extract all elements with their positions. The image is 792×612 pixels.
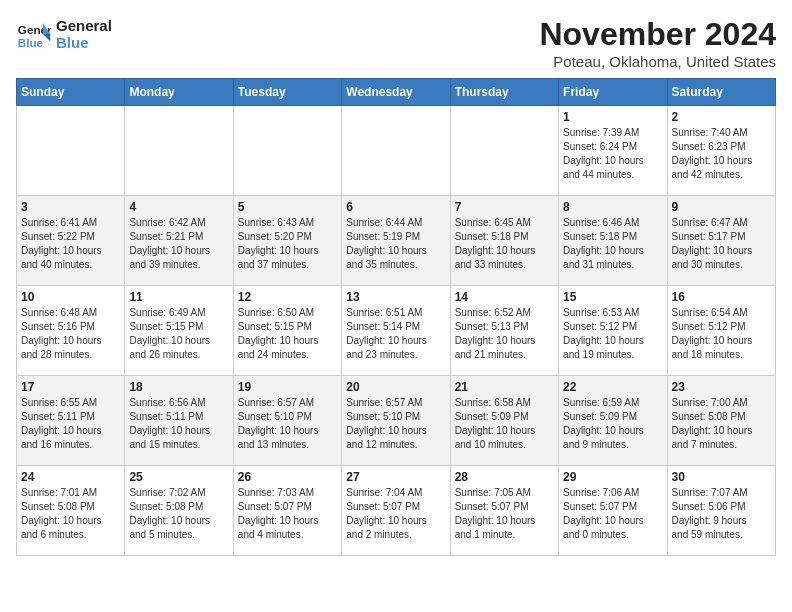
calendar-cell: 18Sunrise: 6:56 AM Sunset: 5:11 PM Dayli… — [125, 376, 233, 466]
day-number: 19 — [238, 380, 337, 394]
logo-general: General — [56, 17, 112, 34]
day-detail: Sunrise: 6:50 AM Sunset: 5:15 PM Dayligh… — [238, 306, 337, 362]
calendar-cell: 13Sunrise: 6:51 AM Sunset: 5:14 PM Dayli… — [342, 286, 450, 376]
calendar-cell: 10Sunrise: 6:48 AM Sunset: 5:16 PM Dayli… — [17, 286, 125, 376]
calendar-cell: 4Sunrise: 6:42 AM Sunset: 5:21 PM Daylig… — [125, 196, 233, 286]
calendar-cell: 15Sunrise: 6:53 AM Sunset: 5:12 PM Dayli… — [559, 286, 667, 376]
day-detail: Sunrise: 6:59 AM Sunset: 5:09 PM Dayligh… — [563, 396, 662, 452]
calendar-cell: 23Sunrise: 7:00 AM Sunset: 5:08 PM Dayli… — [667, 376, 775, 466]
calendar-cell: 1Sunrise: 7:39 AM Sunset: 6:24 PM Daylig… — [559, 106, 667, 196]
calendar-cell: 7Sunrise: 6:45 AM Sunset: 5:18 PM Daylig… — [450, 196, 558, 286]
day-number: 12 — [238, 290, 337, 304]
day-detail: Sunrise: 7:00 AM Sunset: 5:08 PM Dayligh… — [672, 396, 771, 452]
calendar-cell: 14Sunrise: 6:52 AM Sunset: 5:13 PM Dayli… — [450, 286, 558, 376]
weekday-header: Friday — [559, 79, 667, 106]
day-number: 21 — [455, 380, 554, 394]
calendar-cell — [125, 106, 233, 196]
title-block: November 2024 Poteau, Oklahoma, United S… — [539, 16, 776, 70]
calendar-cell: 25Sunrise: 7:02 AM Sunset: 5:08 PM Dayli… — [125, 466, 233, 556]
logo-icon: General Blue — [16, 16, 52, 52]
day-detail: Sunrise: 6:53 AM Sunset: 5:12 PM Dayligh… — [563, 306, 662, 362]
day-detail: Sunrise: 7:07 AM Sunset: 5:06 PM Dayligh… — [672, 486, 771, 542]
day-detail: Sunrise: 7:39 AM Sunset: 6:24 PM Dayligh… — [563, 126, 662, 182]
day-detail: Sunrise: 6:57 AM Sunset: 5:10 PM Dayligh… — [238, 396, 337, 452]
day-number: 24 — [21, 470, 120, 484]
day-detail: Sunrise: 6:44 AM Sunset: 5:19 PM Dayligh… — [346, 216, 445, 272]
day-number: 6 — [346, 200, 445, 214]
weekday-header: Thursday — [450, 79, 558, 106]
day-number: 8 — [563, 200, 662, 214]
calendar-subtitle: Poteau, Oklahoma, United States — [539, 53, 776, 70]
day-number: 5 — [238, 200, 337, 214]
day-number: 20 — [346, 380, 445, 394]
weekday-header: Monday — [125, 79, 233, 106]
calendar-cell: 22Sunrise: 6:59 AM Sunset: 5:09 PM Dayli… — [559, 376, 667, 466]
calendar-cell: 28Sunrise: 7:05 AM Sunset: 5:07 PM Dayli… — [450, 466, 558, 556]
day-detail: Sunrise: 6:55 AM Sunset: 5:11 PM Dayligh… — [21, 396, 120, 452]
calendar-cell: 26Sunrise: 7:03 AM Sunset: 5:07 PM Dayli… — [233, 466, 341, 556]
day-detail: Sunrise: 6:54 AM Sunset: 5:12 PM Dayligh… — [672, 306, 771, 362]
calendar-cell: 29Sunrise: 7:06 AM Sunset: 5:07 PM Dayli… — [559, 466, 667, 556]
calendar-cell — [17, 106, 125, 196]
calendar-cell: 6Sunrise: 6:44 AM Sunset: 5:19 PM Daylig… — [342, 196, 450, 286]
calendar-title: November 2024 — [539, 16, 776, 53]
calendar-cell: 9Sunrise: 6:47 AM Sunset: 5:17 PM Daylig… — [667, 196, 775, 286]
calendar-cell: 3Sunrise: 6:41 AM Sunset: 5:22 PM Daylig… — [17, 196, 125, 286]
day-detail: Sunrise: 6:51 AM Sunset: 5:14 PM Dayligh… — [346, 306, 445, 362]
weekday-header: Tuesday — [233, 79, 341, 106]
calendar-cell: 19Sunrise: 6:57 AM Sunset: 5:10 PM Dayli… — [233, 376, 341, 466]
day-detail: Sunrise: 7:04 AM Sunset: 5:07 PM Dayligh… — [346, 486, 445, 542]
day-number: 13 — [346, 290, 445, 304]
calendar-body: 1Sunrise: 7:39 AM Sunset: 6:24 PM Daylig… — [17, 106, 776, 556]
day-detail: Sunrise: 6:46 AM Sunset: 5:18 PM Dayligh… — [563, 216, 662, 272]
calendar-cell: 24Sunrise: 7:01 AM Sunset: 5:08 PM Dayli… — [17, 466, 125, 556]
day-detail: Sunrise: 6:43 AM Sunset: 5:20 PM Dayligh… — [238, 216, 337, 272]
calendar-cell: 16Sunrise: 6:54 AM Sunset: 5:12 PM Dayli… — [667, 286, 775, 376]
day-number: 23 — [672, 380, 771, 394]
day-number: 26 — [238, 470, 337, 484]
day-number: 30 — [672, 470, 771, 484]
calendar-header-row: SundayMondayTuesdayWednesdayThursdayFrid… — [17, 79, 776, 106]
calendar-cell — [450, 106, 558, 196]
day-detail: Sunrise: 7:40 AM Sunset: 6:23 PM Dayligh… — [672, 126, 771, 182]
day-number: 16 — [672, 290, 771, 304]
day-detail: Sunrise: 7:06 AM Sunset: 5:07 PM Dayligh… — [563, 486, 662, 542]
day-number: 7 — [455, 200, 554, 214]
day-number: 9 — [672, 200, 771, 214]
weekday-header: Saturday — [667, 79, 775, 106]
day-number: 22 — [563, 380, 662, 394]
day-number: 3 — [21, 200, 120, 214]
day-number: 27 — [346, 470, 445, 484]
day-number: 2 — [672, 110, 771, 124]
day-detail: Sunrise: 6:57 AM Sunset: 5:10 PM Dayligh… — [346, 396, 445, 452]
day-detail: Sunrise: 6:41 AM Sunset: 5:22 PM Dayligh… — [21, 216, 120, 272]
day-detail: Sunrise: 7:05 AM Sunset: 5:07 PM Dayligh… — [455, 486, 554, 542]
calendar-cell — [233, 106, 341, 196]
header: General Blue General Blue November 2024 … — [16, 16, 776, 70]
calendar-week-row: 3Sunrise: 6:41 AM Sunset: 5:22 PM Daylig… — [17, 196, 776, 286]
calendar-cell: 27Sunrise: 7:04 AM Sunset: 5:07 PM Dayli… — [342, 466, 450, 556]
calendar-cell: 12Sunrise: 6:50 AM Sunset: 5:15 PM Dayli… — [233, 286, 341, 376]
calendar-cell: 8Sunrise: 6:46 AM Sunset: 5:18 PM Daylig… — [559, 196, 667, 286]
calendar-cell: 11Sunrise: 6:49 AM Sunset: 5:15 PM Dayli… — [125, 286, 233, 376]
calendar-table: SundayMondayTuesdayWednesdayThursdayFrid… — [16, 78, 776, 556]
day-detail: Sunrise: 6:56 AM Sunset: 5:11 PM Dayligh… — [129, 396, 228, 452]
calendar-cell — [342, 106, 450, 196]
weekday-header: Sunday — [17, 79, 125, 106]
calendar-week-row: 24Sunrise: 7:01 AM Sunset: 5:08 PM Dayli… — [17, 466, 776, 556]
day-detail: Sunrise: 6:58 AM Sunset: 5:09 PM Dayligh… — [455, 396, 554, 452]
day-detail: Sunrise: 6:52 AM Sunset: 5:13 PM Dayligh… — [455, 306, 554, 362]
day-number: 28 — [455, 470, 554, 484]
svg-text:Blue: Blue — [18, 36, 44, 49]
calendar-cell: 21Sunrise: 6:58 AM Sunset: 5:09 PM Dayli… — [450, 376, 558, 466]
calendar-header: SundayMondayTuesdayWednesdayThursdayFrid… — [17, 79, 776, 106]
day-number: 10 — [21, 290, 120, 304]
day-number: 1 — [563, 110, 662, 124]
calendar-cell: 5Sunrise: 6:43 AM Sunset: 5:20 PM Daylig… — [233, 196, 341, 286]
day-number: 29 — [563, 470, 662, 484]
calendar-cell: 2Sunrise: 7:40 AM Sunset: 6:23 PM Daylig… — [667, 106, 775, 196]
day-detail: Sunrise: 6:49 AM Sunset: 5:15 PM Dayligh… — [129, 306, 228, 362]
day-number: 11 — [129, 290, 228, 304]
logo: General Blue General Blue — [16, 16, 112, 52]
day-number: 15 — [563, 290, 662, 304]
